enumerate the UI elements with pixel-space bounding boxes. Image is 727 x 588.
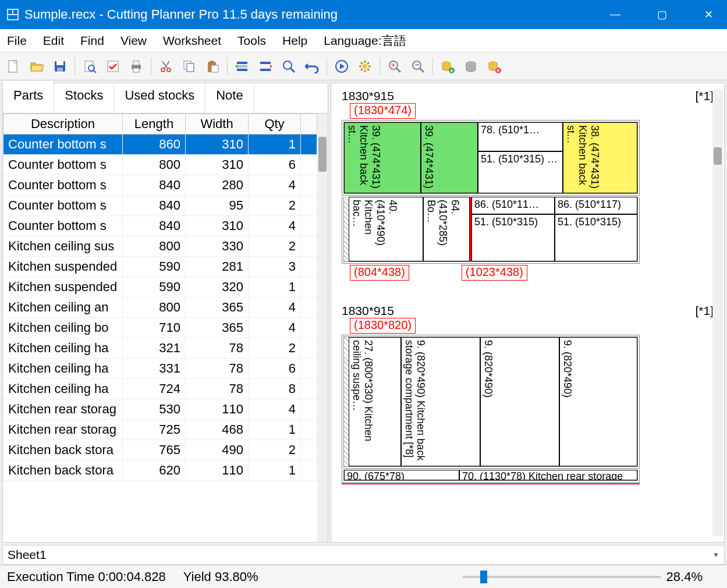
table-row[interactable]: Kitchen ceiling an8003654 <box>3 297 317 318</box>
cell-27: 27. (800*330) Kitchen ceiling suspe… <box>349 338 375 466</box>
svg-text:−: − <box>415 61 419 69</box>
maximize-button[interactable]: ▢ <box>650 8 673 21</box>
insert-row-icon[interactable] <box>232 56 252 76</box>
print-icon[interactable] <box>126 56 146 76</box>
svg-rect-4 <box>9 61 17 72</box>
sheet-tab[interactable]: Sheet1 <box>8 548 47 562</box>
menu-view[interactable]: View <box>120 34 147 48</box>
sheet2-layout[interactable]: 27. (800*330) Kitchen ceiling suspe… 9. … <box>342 335 640 469</box>
paste-icon[interactable] <box>203 56 222 76</box>
table-row[interactable]: Counter bottom s8402804 <box>3 175 317 196</box>
table-row[interactable]: Counter bottom s840952 <box>3 196 317 216</box>
svg-rect-22 <box>237 62 247 64</box>
titlebar: Sumple.recx - Cutting Planner Pro 11.5 d… <box>0 0 727 29</box>
svg-text:+: + <box>450 68 453 73</box>
svg-line-40 <box>396 68 400 72</box>
toolbar: + − + × <box>0 52 727 80</box>
zoom-slider[interactable] <box>463 576 661 578</box>
svg-line-10 <box>94 70 96 73</box>
col-length[interactable]: Length <box>123 114 186 134</box>
svg-rect-23 <box>237 65 247 68</box>
tab-stocks[interactable]: Stocks <box>54 83 114 113</box>
tab-parts[interactable]: Parts <box>3 81 54 111</box>
col-description[interactable]: Description <box>3 114 123 134</box>
preview-icon[interactable] <box>80 56 100 76</box>
table-row[interactable]: Kitchen rear storag7254681 <box>3 420 317 440</box>
svg-rect-13 <box>133 61 139 65</box>
table-row[interactable]: Kitchen ceiling sus8003302 <box>3 236 317 257</box>
cell-78: 78. (510*1… <box>478 123 562 137</box>
svg-line-43 <box>420 68 424 72</box>
zoom-value: 28.4% <box>666 569 703 585</box>
svg-line-38 <box>367 62 369 64</box>
cell-39a: 39. (474*431) Kitchen back st… <box>345 123 383 193</box>
run-icon[interactable] <box>332 56 352 76</box>
open-icon[interactable] <box>27 56 47 76</box>
svg-rect-7 <box>57 68 63 72</box>
minimize-button[interactable]: — <box>604 8 627 21</box>
zoom-out-icon[interactable]: − <box>408 56 428 76</box>
table-row[interactable]: Counter bottom s8403104 <box>3 216 317 236</box>
settings-icon[interactable] <box>355 56 375 76</box>
cell-51b: 51. (510*315) <box>472 215 554 229</box>
zoom-in-icon[interactable]: + <box>385 56 405 76</box>
sheet1-layout[interactable]: 39. (474*431) Kitchen back st… 39. (474*… <box>342 120 640 196</box>
sheet-dropdown-icon[interactable]: ▼ <box>712 551 719 559</box>
svg-rect-1 <box>8 10 12 14</box>
table-row[interactable]: Kitchen back stora7654902 <box>3 440 317 461</box>
svg-rect-2 <box>13 10 17 14</box>
cell-86a: 86. (510*11… <box>472 197 554 212</box>
cell-51c: 51. (510*315) <box>555 215 637 229</box>
undo-icon[interactable] <box>302 56 322 76</box>
menu-tools[interactable]: Tools <box>237 34 266 48</box>
table-row[interactable]: Kitchen ceiling ha321782 <box>3 338 317 359</box>
table-row[interactable]: Counter bottom s8603101 <box>3 134 317 155</box>
sheet2-title: 1830*915 <box>342 304 394 318</box>
table-row[interactable]: Kitchen ceiling ha331786 <box>3 359 317 379</box>
cut-icon[interactable] <box>156 56 176 76</box>
db-remove-icon[interactable]: × <box>484 56 504 76</box>
svg-line-28 <box>290 68 295 72</box>
svg-rect-26 <box>260 69 271 71</box>
menu-language[interactable]: Language:言語 <box>324 33 406 49</box>
delete-row-icon[interactable] <box>256 56 275 76</box>
close-button[interactable]: ✕ <box>697 8 720 21</box>
find-icon[interactable] <box>279 56 299 76</box>
svg-rect-25 <box>260 62 271 64</box>
check-icon[interactable] <box>103 56 123 76</box>
db-icon[interactable] <box>461 56 481 76</box>
table-row[interactable]: Kitchen ceiling bo7103654 <box>3 318 317 338</box>
table-row[interactable]: Kitchen suspended5902813 <box>3 257 317 277</box>
tab-used-stocks[interactable]: Used stocks <box>114 83 205 113</box>
table-row[interactable]: Kitchen suspended5903201 <box>3 277 317 297</box>
menu-worksheet[interactable]: Worksheet <box>163 34 221 48</box>
sheet1-region3: (1023*438) <box>462 265 527 281</box>
sheet2-layout-b[interactable]: 90. (675*78) Washbasin d… 70. (1130*78) … <box>342 470 640 483</box>
new-icon[interactable] <box>3 56 23 76</box>
grid-vscrollbar[interactable] <box>317 114 328 542</box>
table-row[interactable]: Kitchen ceiling ha724788 <box>3 379 317 399</box>
table-row[interactable]: Kitchen back stora6201101 <box>3 461 317 481</box>
sheet1-layout-b[interactable]: 40. (410*490) Kitchen bac… 64. (410*285)… <box>342 197 640 264</box>
svg-rect-14 <box>133 68 139 72</box>
svg-rect-21 <box>211 65 218 72</box>
cell-40: 40. (410*490) Kitchen bac… <box>349 197 400 261</box>
menu-find[interactable]: Find <box>80 34 104 48</box>
save-icon[interactable] <box>50 56 70 76</box>
db-add-icon[interactable]: + <box>438 56 458 76</box>
cell-90: 90. (675*78) Washbasin d… <box>345 470 417 480</box>
menu-help[interactable]: Help <box>282 34 307 48</box>
layout-vscrollbar[interactable] <box>712 89 723 536</box>
menu-file[interactable]: File <box>7 34 27 48</box>
table-row[interactable]: Kitchen rear storag5301104 <box>3 399 317 420</box>
menu-edit[interactable]: Edit <box>43 34 64 48</box>
col-width[interactable]: Width <box>186 114 249 134</box>
copy-icon[interactable] <box>179 56 199 76</box>
parts-grid[interactable]: Description Length Width Qty Counter bot… <box>3 114 317 542</box>
cell-64: 64. (410*285) Bo… <box>424 197 462 261</box>
tab-note[interactable]: Note <box>205 83 254 113</box>
svg-rect-3 <box>8 15 17 19</box>
col-qty[interactable]: Qty <box>249 114 301 134</box>
svg-rect-18 <box>187 63 194 72</box>
table-row[interactable]: Counter bottom s8003106 <box>3 155 317 175</box>
